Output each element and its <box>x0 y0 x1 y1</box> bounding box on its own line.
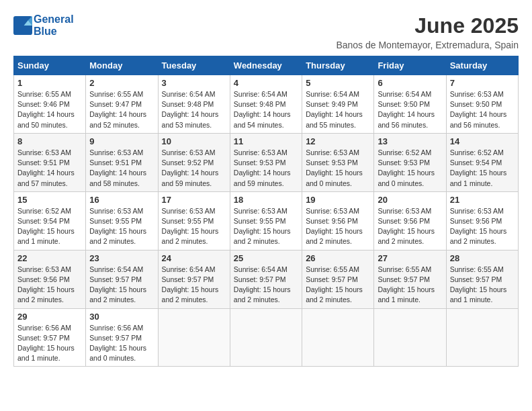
logo: General Blue <box>13 13 74 37</box>
day-info: Sunrise: 6:54 AM Sunset: 9:48 PM Dayligh… <box>234 89 298 130</box>
day-number: 6 <box>378 78 442 88</box>
day-number: 22 <box>17 253 82 263</box>
week-row-1: 1Sunrise: 6:55 AM Sunset: 9:46 PM Daylig… <box>14 75 519 134</box>
day-cell: 1Sunrise: 6:55 AM Sunset: 9:46 PM Daylig… <box>14 75 86 134</box>
day-number: 16 <box>89 195 154 205</box>
day-number: 5 <box>306 78 370 88</box>
day-number: 8 <box>17 136 82 146</box>
day-number: 4 <box>234 78 298 88</box>
day-cell <box>230 308 302 367</box>
week-row-2: 8Sunrise: 6:53 AM Sunset: 9:51 PM Daylig… <box>14 133 519 191</box>
calendar-table: Sunday Monday Tuesday Wednesday Thursday… <box>13 56 519 367</box>
day-cell: 27Sunrise: 6:55 AM Sunset: 9:57 PM Dayli… <box>374 250 446 308</box>
day-cell: 3Sunrise: 6:54 AM Sunset: 9:48 PM Daylig… <box>158 75 230 134</box>
day-info: Sunrise: 6:53 AM Sunset: 9:56 PM Dayligh… <box>450 206 515 247</box>
day-info: Sunrise: 6:53 AM Sunset: 9:50 PM Dayligh… <box>450 89 515 130</box>
week-row-3: 15Sunrise: 6:52 AM Sunset: 9:54 PM Dayli… <box>14 191 519 250</box>
day-info: Sunrise: 6:56 AM Sunset: 9:57 PM Dayligh… <box>17 323 82 364</box>
day-info: Sunrise: 6:54 AM Sunset: 9:50 PM Dayligh… <box>378 89 442 130</box>
day-number: 29 <box>17 312 82 322</box>
day-number: 13 <box>378 136 442 146</box>
day-info: Sunrise: 6:54 AM Sunset: 9:57 PM Dayligh… <box>234 265 298 306</box>
day-cell <box>158 308 230 367</box>
day-number: 11 <box>234 136 298 146</box>
day-number: 26 <box>306 253 370 263</box>
day-cell: 5Sunrise: 6:54 AM Sunset: 9:49 PM Daylig… <box>302 75 374 134</box>
day-cell: 2Sunrise: 6:55 AM Sunset: 9:47 PM Daylig… <box>86 75 158 134</box>
col-wednesday: Wednesday <box>230 56 302 75</box>
day-info: Sunrise: 6:55 AM Sunset: 9:57 PM Dayligh… <box>378 265 442 306</box>
day-number: 1 <box>17 78 82 88</box>
day-info: Sunrise: 6:53 AM Sunset: 9:55 PM Dayligh… <box>162 206 226 247</box>
day-cell: 4Sunrise: 6:54 AM Sunset: 9:48 PM Daylig… <box>230 75 302 134</box>
col-friday: Friday <box>374 56 446 75</box>
day-number: 7 <box>450 78 515 88</box>
day-number: 10 <box>162 136 226 146</box>
day-info: Sunrise: 6:53 AM Sunset: 9:56 PM Dayligh… <box>17 265 82 306</box>
day-cell: 15Sunrise: 6:52 AM Sunset: 9:54 PM Dayli… <box>14 191 86 250</box>
day-number: 17 <box>162 195 226 205</box>
title-block: June 2025 Banos de Montemayor, Extremadu… <box>336 13 519 50</box>
day-number: 12 <box>306 136 370 146</box>
day-info: Sunrise: 6:53 AM Sunset: 9:52 PM Dayligh… <box>162 148 226 189</box>
week-row-5: 29Sunrise: 6:56 AM Sunset: 9:57 PM Dayli… <box>14 308 519 367</box>
day-cell: 22Sunrise: 6:53 AM Sunset: 9:56 PM Dayli… <box>14 250 86 308</box>
day-number: 23 <box>89 253 154 263</box>
day-cell: 29Sunrise: 6:56 AM Sunset: 9:57 PM Dayli… <box>14 308 86 367</box>
day-info: Sunrise: 6:54 AM Sunset: 9:49 PM Dayligh… <box>306 89 370 130</box>
day-cell: 12Sunrise: 6:53 AM Sunset: 9:53 PM Dayli… <box>302 133 374 191</box>
day-cell <box>302 308 374 367</box>
day-cell: 14Sunrise: 6:52 AM Sunset: 9:54 PM Dayli… <box>446 133 518 191</box>
day-number: 27 <box>378 253 442 263</box>
day-info: Sunrise: 6:53 AM Sunset: 9:56 PM Dayligh… <box>378 206 442 247</box>
day-cell <box>446 308 518 367</box>
day-number: 14 <box>450 136 515 146</box>
day-cell: 30Sunrise: 6:56 AM Sunset: 9:57 PM Dayli… <box>86 308 158 367</box>
day-info: Sunrise: 6:53 AM Sunset: 9:53 PM Dayligh… <box>234 148 298 189</box>
day-cell: 18Sunrise: 6:53 AM Sunset: 9:55 PM Dayli… <box>230 191 302 250</box>
day-number: 18 <box>234 195 298 205</box>
day-number: 25 <box>234 253 298 263</box>
day-cell: 20Sunrise: 6:53 AM Sunset: 9:56 PM Dayli… <box>374 191 446 250</box>
day-number: 19 <box>306 195 370 205</box>
day-number: 21 <box>450 195 515 205</box>
page-header: General Blue June 2025 Banos de Montemay… <box>13 13 519 50</box>
day-cell: 19Sunrise: 6:53 AM Sunset: 9:56 PM Dayli… <box>302 191 374 250</box>
logo-icon <box>13 16 32 35</box>
day-cell: 11Sunrise: 6:53 AM Sunset: 9:53 PM Dayli… <box>230 133 302 191</box>
col-sunday: Sunday <box>14 56 86 75</box>
calendar-header-row: Sunday Monday Tuesday Wednesday Thursday… <box>14 56 519 75</box>
day-info: Sunrise: 6:53 AM Sunset: 9:56 PM Dayligh… <box>306 206 370 247</box>
month-title: June 2025 <box>336 13 519 38</box>
day-info: Sunrise: 6:55 AM Sunset: 9:57 PM Dayligh… <box>306 265 370 306</box>
day-cell: 21Sunrise: 6:53 AM Sunset: 9:56 PM Dayli… <box>446 191 518 250</box>
week-row-4: 22Sunrise: 6:53 AM Sunset: 9:56 PM Dayli… <box>14 250 519 308</box>
day-info: Sunrise: 6:52 AM Sunset: 9:54 PM Dayligh… <box>17 206 82 247</box>
col-monday: Monday <box>86 56 158 75</box>
day-cell: 8Sunrise: 6:53 AM Sunset: 9:51 PM Daylig… <box>14 133 86 191</box>
col-tuesday: Tuesday <box>158 56 230 75</box>
day-info: Sunrise: 6:55 AM Sunset: 9:46 PM Dayligh… <box>17 89 82 130</box>
day-cell: 6Sunrise: 6:54 AM Sunset: 9:50 PM Daylig… <box>374 75 446 134</box>
day-cell: 24Sunrise: 6:54 AM Sunset: 9:57 PM Dayli… <box>158 250 230 308</box>
day-cell: 7Sunrise: 6:53 AM Sunset: 9:50 PM Daylig… <box>446 75 518 134</box>
day-info: Sunrise: 6:52 AM Sunset: 9:54 PM Dayligh… <box>450 148 515 189</box>
day-cell: 23Sunrise: 6:54 AM Sunset: 9:57 PM Dayli… <box>86 250 158 308</box>
day-info: Sunrise: 6:53 AM Sunset: 9:55 PM Dayligh… <box>234 206 298 247</box>
day-info: Sunrise: 6:54 AM Sunset: 9:57 PM Dayligh… <box>89 265 154 306</box>
day-info: Sunrise: 6:56 AM Sunset: 9:57 PM Dayligh… <box>89 323 154 364</box>
day-number: 24 <box>162 253 226 263</box>
day-number: 9 <box>89 136 154 146</box>
day-cell: 25Sunrise: 6:54 AM Sunset: 9:57 PM Dayli… <box>230 250 302 308</box>
day-info: Sunrise: 6:53 AM Sunset: 9:55 PM Dayligh… <box>89 206 154 247</box>
day-cell: 10Sunrise: 6:53 AM Sunset: 9:52 PM Dayli… <box>158 133 230 191</box>
day-info: Sunrise: 6:53 AM Sunset: 9:51 PM Dayligh… <box>17 148 82 189</box>
day-info: Sunrise: 6:53 AM Sunset: 9:51 PM Dayligh… <box>89 148 154 189</box>
day-info: Sunrise: 6:54 AM Sunset: 9:57 PM Dayligh… <box>162 265 226 306</box>
day-cell: 16Sunrise: 6:53 AM Sunset: 9:55 PM Dayli… <box>86 191 158 250</box>
day-number: 30 <box>89 312 154 322</box>
col-thursday: Thursday <box>302 56 374 75</box>
day-cell: 26Sunrise: 6:55 AM Sunset: 9:57 PM Dayli… <box>302 250 374 308</box>
day-cell: 13Sunrise: 6:52 AM Sunset: 9:53 PM Dayli… <box>374 133 446 191</box>
day-number: 28 <box>450 253 515 263</box>
